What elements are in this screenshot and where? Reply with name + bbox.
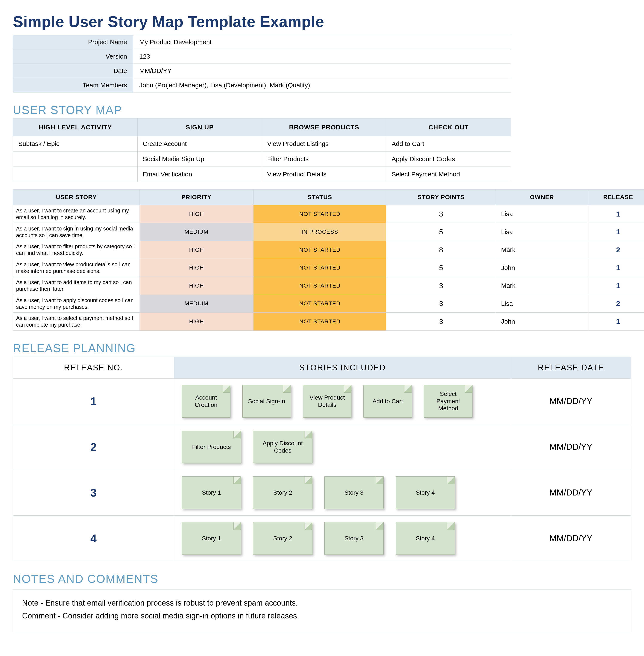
story-priority: HIGH xyxy=(140,205,253,223)
user-stories-table: USER STORY PRIORITY STATUS STORY POINTS … xyxy=(13,189,644,331)
map-cell: Social Media Sign Up xyxy=(137,151,262,167)
story-points: 8 xyxy=(386,241,496,259)
story-text: As a user, I want to sign in using my so… xyxy=(13,223,140,241)
release-stories-cell: Story 1Story 2Story 3Story 4 xyxy=(174,515,511,561)
notes-line: Comment - Consider adding more social me… xyxy=(22,610,622,622)
releases-head-no: RELEASE NO. xyxy=(13,357,174,378)
story-release: 1 xyxy=(588,313,644,331)
meta-label: Date xyxy=(13,64,133,78)
story-text: As a user, I want to create an account u… xyxy=(13,205,140,223)
story-points: 3 xyxy=(386,313,496,331)
release-story-card: Add to Cart xyxy=(363,385,412,418)
release-stories-cell: Story 1Story 2Story 3Story 4 xyxy=(174,470,511,515)
release-number: 4 xyxy=(13,515,174,561)
release-story-card: Story 3 xyxy=(324,476,384,509)
notes-box: Note - Ensure that email verification pr… xyxy=(13,589,631,632)
story-release: 1 xyxy=(588,259,644,277)
section-title-releases: RELEASE PLANNING xyxy=(13,342,631,355)
stories-head-status: STATUS xyxy=(253,189,386,205)
map-cell: View Product Details xyxy=(262,167,386,182)
release-story-card: Story 1 xyxy=(182,522,241,555)
meta-label: Project Name xyxy=(13,35,133,49)
map-cell: Select Payment Method xyxy=(386,167,511,182)
release-planning-table: RELEASE NO. STORIES INCLUDED RELEASE DAT… xyxy=(13,357,631,561)
story-status: NOT STARTED xyxy=(253,205,386,223)
story-owner: Lisa xyxy=(496,295,588,313)
release-story-card: Story 1 xyxy=(182,476,241,509)
story-priority: HIGH xyxy=(140,259,253,277)
release-story-card: Filter Products xyxy=(182,431,241,463)
story-status: NOT STARTED xyxy=(253,259,386,277)
page-title: Simple User Story Map Template Example xyxy=(13,13,631,30)
story-owner: Mark xyxy=(496,241,588,259)
release-story-card: Story 4 xyxy=(396,522,455,555)
story-owner: Lisa xyxy=(496,205,588,223)
story-status: NOT STARTED xyxy=(253,295,386,313)
meta-value: MM/DD/YY xyxy=(133,64,511,78)
release-date: MM/DD/YY xyxy=(511,470,631,515)
meta-label: Version xyxy=(13,49,133,64)
story-priority: HIGH xyxy=(140,313,253,331)
story-text: As a user, I want to filter products by … xyxy=(13,241,140,259)
map-head-col: CHECK OUT xyxy=(386,118,511,136)
story-priority: MEDIUM xyxy=(140,295,253,313)
release-stories-cell: Filter ProductsApply Discount Codes xyxy=(174,424,511,470)
stories-head-story: USER STORY xyxy=(13,189,140,205)
releases-head-date: RELEASE DATE xyxy=(511,357,631,378)
story-status: NOT STARTED xyxy=(253,313,386,331)
map-cell: Apply Discount Codes xyxy=(386,151,511,167)
story-points: 3 xyxy=(386,295,496,313)
release-story-card: Story 2 xyxy=(253,476,312,509)
map-row-label xyxy=(13,167,138,182)
map-cell: Add to Cart xyxy=(386,136,511,151)
release-story-card: Social Sign-In xyxy=(243,385,291,418)
release-story-card: Story 2 xyxy=(253,522,312,555)
story-priority: MEDIUM xyxy=(140,223,253,241)
section-title-notes: NOTES AND COMMENTS xyxy=(13,572,631,585)
story-text: As a user, I want to view product detail… xyxy=(13,259,140,277)
map-head-activity: HIGH LEVEL ACTIVITY xyxy=(13,118,138,136)
map-cell: Email Verification xyxy=(137,167,262,182)
release-date: MM/DD/YY xyxy=(511,424,631,470)
release-number: 2 xyxy=(13,424,174,470)
map-head-col: SIGN UP xyxy=(137,118,262,136)
story-text: As a user, I want to select a payment me… xyxy=(13,313,140,331)
story-text: As a user, I want to apply discount code… xyxy=(13,295,140,313)
release-story-card: Apply Discount Codes xyxy=(253,431,312,463)
stories-head-owner: OWNER xyxy=(496,189,588,205)
meta-value: 123 xyxy=(133,49,511,64)
map-cell: View Product Listings xyxy=(262,136,386,151)
meta-value: My Product Development xyxy=(133,35,511,49)
release-story-card: Story 4 xyxy=(396,476,455,509)
story-points: 3 xyxy=(386,205,496,223)
story-release: 1 xyxy=(588,223,644,241)
release-story-card: Account Creation xyxy=(182,385,230,418)
map-row-label xyxy=(13,151,138,167)
story-points: 5 xyxy=(386,259,496,277)
story-status: NOT STARTED xyxy=(253,277,386,295)
story-priority: HIGH xyxy=(140,241,253,259)
release-story-card: Select Payment Method xyxy=(424,385,473,418)
release-story-card: View Product Details xyxy=(303,385,351,418)
stories-head-priority: PRIORITY xyxy=(140,189,253,205)
story-priority: HIGH xyxy=(140,277,253,295)
notes-line: Note - Ensure that email verification pr… xyxy=(22,597,622,609)
story-text: As a user, I want to add items to my car… xyxy=(13,277,140,295)
story-release: 1 xyxy=(588,205,644,223)
story-release: 2 xyxy=(588,295,644,313)
release-story-card: Story 3 xyxy=(324,522,384,555)
stories-head-release: RELEASE xyxy=(588,189,644,205)
story-map-table: HIGH LEVEL ACTIVITY SIGN UP BROWSE PRODU… xyxy=(13,118,511,182)
release-date: MM/DD/YY xyxy=(511,378,631,424)
map-head-col: BROWSE PRODUCTS xyxy=(262,118,386,136)
meta-label: Team Members xyxy=(13,78,133,93)
release-date: MM/DD/YY xyxy=(511,515,631,561)
story-status: IN PROCESS xyxy=(253,223,386,241)
story-owner: Lisa xyxy=(496,223,588,241)
story-points: 3 xyxy=(386,277,496,295)
story-release: 2 xyxy=(588,241,644,259)
map-cell: Create Account xyxy=(137,136,262,151)
release-stories-cell: Account CreationSocial Sign-InView Produ… xyxy=(174,378,511,424)
map-cell: Filter Products xyxy=(262,151,386,167)
releases-head-stories: STORIES INCLUDED xyxy=(174,357,511,378)
